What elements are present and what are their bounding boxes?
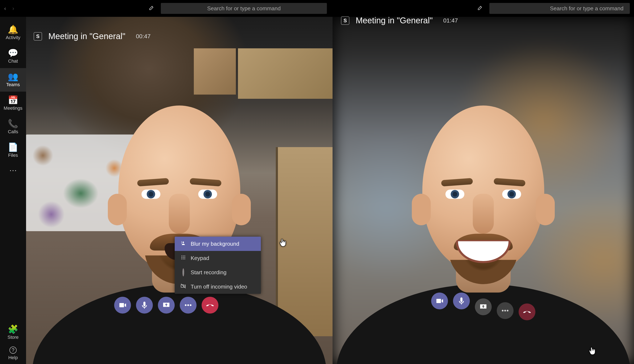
search-placeholder: Search for or type a command: [550, 5, 624, 12]
rail-label: Activity: [6, 35, 20, 40]
svg-point-8: [182, 257, 182, 258]
more-options-button[interactable]: [180, 297, 196, 314]
camera-button[interactable]: [114, 297, 131, 314]
svg-point-4: [183, 242, 184, 243]
svg-point-6: [183, 256, 184, 256]
svg-point-2: [187, 304, 189, 306]
share-button[interactable]: [158, 297, 175, 314]
search-input[interactable]: Search for or type a command: [489, 3, 630, 14]
meeting-timer: 00:47: [136, 33, 150, 40]
svg-point-7: [184, 256, 185, 256]
help-icon: ?: [10, 346, 16, 354]
svg-point-13: [184, 258, 185, 259]
teams-icon: 👥: [8, 72, 18, 81]
titlebar: Search for or type a command: [332, 0, 634, 17]
rail-activity[interactable]: 🔔 Activity: [0, 21, 26, 44]
search-placeholder: Search for or type a command: [207, 5, 281, 12]
compose-icon[interactable]: [148, 5, 154, 12]
svg-point-11: [182, 258, 182, 259]
menu-keypad[interactable]: Keypad: [175, 251, 261, 265]
search-input[interactable]: Search for or type a command: [161, 3, 327, 14]
svg-point-12: [183, 258, 184, 259]
compose-icon[interactable]: [477, 5, 483, 12]
mic-button[interactable]: [136, 297, 153, 314]
video-off-icon: [180, 283, 186, 290]
rail-store[interactable]: 🧩 Store: [0, 322, 26, 343]
chat-icon: 💬: [8, 49, 18, 57]
rail-label: Store: [8, 334, 19, 340]
channel-icon: S: [341, 16, 349, 25]
back-button[interactable]: ‹: [4, 5, 6, 12]
menu-blur-background[interactable]: Blur my background: [175, 237, 261, 251]
svg-point-15: [502, 310, 504, 312]
hangup-button[interactable]: [518, 304, 536, 320]
rail-label: Calls: [8, 129, 18, 134]
left-window: ‹ › Search for or type a command 🔔 Activ…: [0, 0, 332, 364]
menu-turn-off-incoming-video[interactable]: Turn off incoming video: [175, 280, 261, 294]
rail-calls[interactable]: 📞 Calls: [0, 115, 26, 139]
hangup-button[interactable]: [202, 297, 218, 314]
svg-point-5: [182, 256, 182, 256]
rail-more[interactable]: ⋯: [0, 162, 26, 179]
meeting-timer: 01:47: [443, 17, 458, 24]
meeting-title: Meeting in "General": [48, 32, 125, 41]
rail-chat[interactable]: 💬 Chat: [0, 44, 26, 68]
menu-label: Blur my background: [191, 241, 239, 247]
menu-label: Start recording: [191, 269, 226, 276]
participant-video: [48, 59, 311, 364]
mic-button[interactable]: [453, 292, 470, 309]
meeting-header: S Meeting in "General" 00:47: [34, 32, 150, 41]
blur-icon: [180, 240, 186, 247]
menu-label: Keypad: [191, 255, 209, 262]
svg-point-17: [507, 310, 508, 312]
svg-point-3: [190, 304, 192, 306]
rail-help[interactable]: ? Help: [0, 343, 26, 364]
rail-label: Meetings: [4, 106, 22, 111]
menu-label: Turn off incoming video: [191, 284, 247, 290]
calendar-icon: 📅: [8, 96, 18, 104]
more-options-button[interactable]: [497, 302, 514, 319]
camera-button[interactable]: [431, 292, 448, 309]
meeting-title: Meeting in "General": [356, 16, 432, 25]
rail-teams[interactable]: 👥 Teams: [0, 68, 26, 92]
call-controls: [114, 297, 218, 314]
nav-arrows: ‹ ›: [4, 5, 14, 12]
channel-icon: S: [34, 32, 42, 40]
app-rail: 🔔 Activity 💬 Chat 👥 Teams 📅 Meetings 📞 C…: [0, 17, 26, 364]
rail-label: Help: [8, 355, 18, 360]
rail-files[interactable]: 📄 Files: [0, 139, 26, 162]
right-window: Search for or type a command S Meeting i…: [332, 0, 634, 364]
rail-label: Files: [8, 152, 18, 158]
svg-point-9: [183, 257, 184, 258]
svg-point-1: [185, 304, 186, 306]
svg-point-16: [504, 310, 506, 312]
forward-button[interactable]: ›: [12, 5, 14, 12]
share-button[interactable]: [475, 298, 492, 315]
keypad-icon: [180, 255, 186, 262]
titlebar: ‹ › Search for or type a command: [0, 0, 332, 17]
file-icon: 📄: [8, 143, 18, 151]
rail-label: Teams: [6, 82, 20, 88]
svg-rect-0: [144, 308, 145, 309]
record-icon: [180, 269, 186, 276]
svg-point-10: [184, 257, 185, 258]
bell-icon: 🔔: [8, 25, 18, 34]
store-icon: 🧩: [8, 325, 18, 333]
participant-video: [347, 44, 620, 364]
more-options-menu: Blur my background Keypad Start recordin…: [175, 237, 261, 294]
rail-label: Chat: [8, 58, 18, 64]
menu-start-recording[interactable]: Start recording: [175, 265, 261, 280]
call-controls: [431, 292, 536, 309]
meeting-header: S Meeting in "General" 01:47: [341, 16, 458, 25]
rail-meetings[interactable]: 📅 Meetings: [0, 92, 26, 115]
phone-icon: 📞: [8, 119, 18, 128]
svg-rect-14: [461, 304, 462, 304]
